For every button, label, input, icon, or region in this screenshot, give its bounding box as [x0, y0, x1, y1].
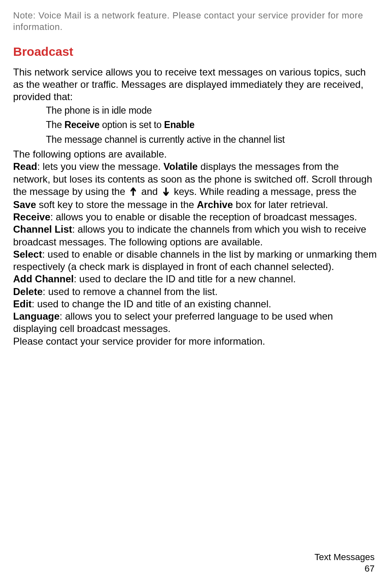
language-label: Language — [13, 311, 59, 322]
closing-paragraph: Please contact your service provider for… — [13, 335, 378, 348]
volatile-label: Volatile — [164, 161, 198, 172]
page-footer: Text Messages 67 — [314, 551, 375, 575]
text-fragment: : allows you to select your preferred la… — [13, 311, 333, 334]
text-fragment: soft key to store the message in the — [36, 199, 197, 210]
option-channel-list: Channel List: allows you to indicate the… — [13, 223, 378, 248]
broadcast-heading: Broadcast — [13, 45, 378, 59]
bullet-channel-active: The message channel is currently active … — [13, 133, 378, 146]
text-fragment: option is set to — [100, 119, 164, 130]
text-fragment: : allows you to enable or disable the re… — [50, 211, 357, 222]
delete-label: Delete — [13, 286, 43, 297]
options-block: The following options are available. Rea… — [13, 148, 378, 348]
bullet-idle-mode: The phone is in idle mode — [13, 104, 378, 117]
option-select: Select: used to enable or disable channe… — [13, 248, 378, 273]
bullet-receive-enable: The Receive option is set to Enable — [13, 118, 378, 132]
archive-label: Archive — [197, 199, 233, 210]
up-arrow-icon — [128, 186, 139, 199]
option-add-channel: Add Channel: used to declare the ID and … — [13, 273, 378, 285]
text-fragment: : lets you view the message. — [37, 161, 164, 172]
options-intro: The following options are available. — [13, 148, 378, 160]
text-fragment: keys. While reading a message, press the — [171, 186, 357, 197]
text-fragment: : used to remove a channel from the list… — [43, 286, 218, 297]
text-fragment: : used to declare the ID and title for a… — [74, 273, 296, 284]
edit-label: Edit — [13, 298, 32, 309]
text-fragment: and — [139, 186, 160, 197]
intro-paragraph: This network service allows you to recei… — [13, 66, 378, 103]
select-label: Select — [13, 249, 42, 260]
text-fragment: : used to enable or disable channels in … — [13, 249, 377, 272]
text-fragment: : used to change the ID and title of an … — [32, 298, 271, 309]
receive-label: Receive — [64, 119, 100, 130]
text-fragment: The — [46, 119, 64, 130]
bullet-list: The phone is in idle mode The Receive op… — [13, 104, 378, 146]
enable-label: Enable — [164, 119, 194, 130]
voicemail-note: Note: Voice Mail is a network feature. P… — [13, 10, 378, 32]
down-arrow-icon — [161, 186, 171, 199]
add-channel-label: Add Channel — [13, 273, 74, 284]
option-edit: Edit: used to change the ID and title of… — [13, 298, 378, 310]
channel-list-label: Channel List — [13, 224, 72, 235]
option-delete: Delete: used to remove a channel from th… — [13, 286, 378, 298]
read-label: Read — [13, 161, 37, 172]
receive-option-label: Receive — [13, 211, 50, 222]
text-fragment: box for later retrieval. — [233, 199, 328, 210]
footer-page-number: 67 — [314, 563, 375, 575]
option-receive: Receive: allows you to enable or disable… — [13, 211, 378, 223]
page: Note: Voice Mail is a network feature. P… — [0, 0, 391, 588]
footer-section-title: Text Messages — [314, 551, 375, 563]
option-language: Language: allows you to select your pref… — [13, 310, 378, 335]
save-label: Save — [13, 199, 36, 210]
option-read: Read: lets you view the message. Volatil… — [13, 160, 378, 211]
